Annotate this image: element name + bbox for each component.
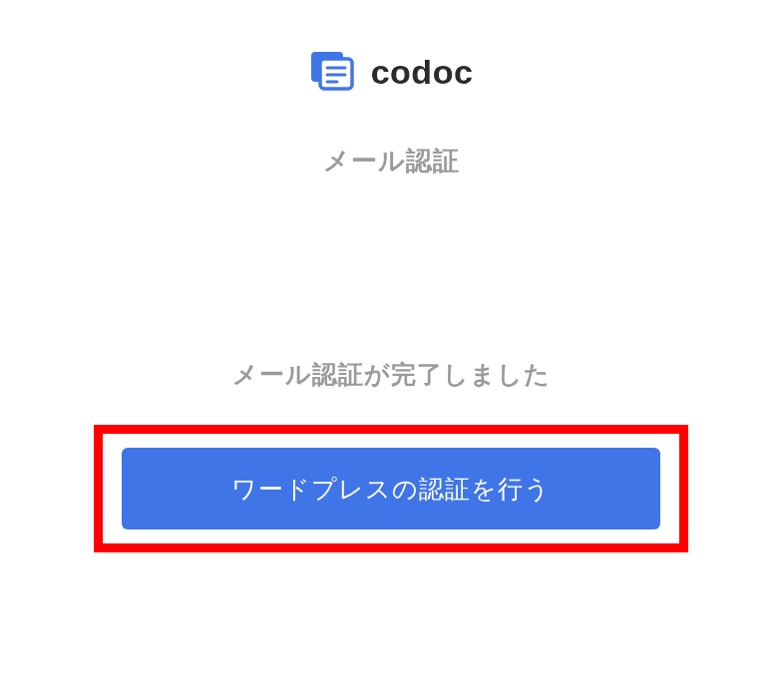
codoc-icon — [309, 50, 357, 94]
brand-name: codoc — [371, 53, 474, 92]
highlight-box: ワードプレスの認証を行う — [94, 425, 688, 552]
page-title: メール認証 — [323, 144, 460, 178]
completion-message: メール認証が完了しました — [232, 358, 551, 391]
wordpress-auth-button[interactable]: ワードプレスの認証を行う — [122, 448, 660, 529]
brand-logo: codoc — [309, 50, 474, 94]
